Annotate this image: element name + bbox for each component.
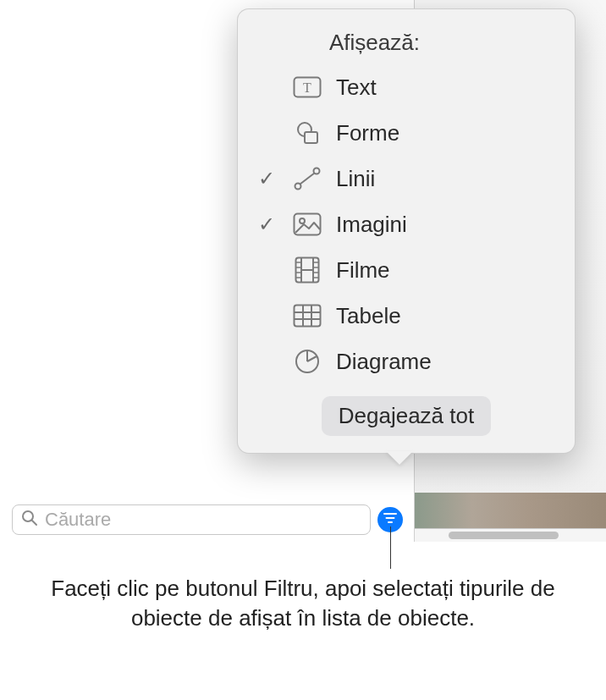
- clear-all-button[interactable]: Degajează tot: [322, 396, 491, 436]
- callout-leader-line: [390, 526, 391, 569]
- search-icon: [21, 510, 38, 530]
- shapes-icon: [290, 120, 324, 146]
- scrollbar-thumb[interactable]: [449, 532, 559, 539]
- menu-item-label: Filme: [336, 257, 390, 284]
- image-icon: [290, 212, 324, 236]
- menu-item-label: Diagrame: [336, 349, 432, 375]
- popover-header: Afișează:: [238, 25, 575, 64]
- callout-text: Faceți clic pe butonul Filtru, apoi sele…: [17, 574, 589, 633]
- search-input[interactable]: [45, 509, 361, 531]
- text-box-icon: T: [290, 76, 324, 98]
- filter-item-images[interactable]: ✓ Imagini: [238, 201, 575, 247]
- check-column: ✓: [255, 212, 278, 236]
- menu-item-label: Linii: [336, 166, 375, 192]
- checkmark-icon: ✓: [258, 167, 275, 190]
- filter-popover: Afișează: T Text Forme ✓: [237, 8, 576, 454]
- svg-line-11: [300, 174, 315, 185]
- lines-icon: [290, 167, 324, 190]
- svg-rect-26: [295, 306, 321, 327]
- menu-item-label: Tabele: [336, 303, 401, 329]
- filter-item-text[interactable]: T Text: [238, 64, 575, 110]
- film-icon: [290, 256, 324, 284]
- svg-point-10: [314, 168, 320, 174]
- svg-line-1: [32, 521, 36, 525]
- popover-caret: [386, 451, 413, 465]
- filter-item-shapes[interactable]: Forme: [238, 110, 575, 156]
- checkmark-icon: ✓: [258, 212, 275, 236]
- chart-icon: [290, 349, 324, 374]
- svg-point-9: [295, 184, 301, 190]
- search-row: [12, 503, 403, 537]
- filter-icon: [383, 512, 397, 527]
- svg-rect-8: [305, 132, 317, 143]
- svg-text:T: T: [303, 80, 311, 95]
- filter-item-movies[interactable]: Filme: [238, 247, 575, 293]
- svg-point-13: [300, 218, 305, 223]
- search-field-wrapper[interactable]: [12, 504, 371, 535]
- filter-item-charts[interactable]: Diagrame: [238, 339, 575, 384]
- menu-item-label: Imagini: [336, 212, 407, 238]
- horizontal-scrollbar[interactable]: [415, 528, 606, 542]
- clear-all-row: Degajează tot: [238, 396, 575, 436]
- filter-item-tables[interactable]: Tabele: [238, 293, 575, 339]
- menu-item-label: Forme: [336, 120, 399, 146]
- check-column: ✓: [255, 167, 278, 190]
- table-icon: [290, 304, 324, 328]
- menu-item-label: Text: [336, 74, 377, 101]
- svg-point-0: [23, 511, 33, 521]
- filter-item-lines[interactable]: ✓ Linii: [238, 156, 575, 201]
